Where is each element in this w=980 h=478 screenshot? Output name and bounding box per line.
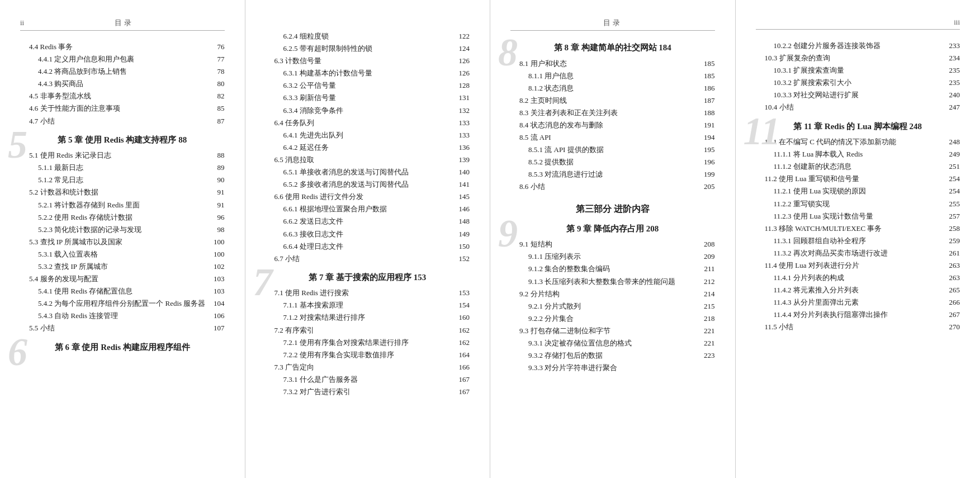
toc-item: 10.3.1 扩展搜索查询量 235	[774, 64, 960, 77]
toc-item: 7.3 广告定向 166	[274, 361, 470, 373]
toc-label: 5.4.3 自动 Redis 连接管理	[38, 310, 208, 322]
toc-page: 146	[453, 203, 470, 215]
toc-page: 233	[943, 40, 960, 52]
toc-page: 208	[698, 238, 715, 250]
chapter-title: 第 5 章 使用 Redis 构建支持程序 88	[20, 133, 225, 148]
toc-page: 223	[698, 349, 715, 362]
toc-label: 6.3.3 刷新信号量	[283, 92, 453, 104]
toc-label: 5.5 小结	[29, 322, 208, 334]
toc-page: 154	[453, 299, 470, 311]
toc-page: 187	[698, 94, 715, 107]
toc-page: 160	[453, 311, 470, 324]
toc-item: 5.3.2 查找 IP 所属城市 102	[38, 261, 225, 273]
toc-label: 10.2.2 创建分片服务器连接装饰器	[774, 40, 944, 52]
toc-label: 4.4 Redis 事务	[29, 41, 208, 53]
toc-item: 4.4.3 购买商品 80	[38, 78, 225, 90]
toc-page: 196	[698, 156, 715, 168]
chapter-heading: 7 第 7 章 基于搜索的应用程序 153	[266, 271, 470, 285]
toc-item: 8.6 小结 205	[519, 181, 715, 193]
toc-page: 212	[698, 276, 715, 288]
toc-label: 9.3.1 决定被存储位置信息的格式	[528, 337, 698, 349]
toc-page: 153	[453, 287, 470, 299]
toc-label: 9.2 分片结构	[519, 288, 698, 300]
toc-page: 266	[943, 296, 960, 309]
toc-label: 4.5 非事务型流水线	[29, 90, 208, 102]
toc-item: 8.1.2 状态消息 186	[528, 82, 715, 94]
toc-page: 167	[453, 373, 470, 386]
toc-label: 7.2.2 使用有序集合实现非数值排序	[283, 349, 453, 361]
toc-item: 11.4.4 对分片列表执行阻塞弹出操作 267	[774, 309, 960, 321]
toc-item: 9.1 短结构 208	[519, 238, 715, 250]
toc-page: 221	[698, 337, 715, 349]
toc-item: 11.3.2 再次对商品买卖市场进行改进 261	[774, 247, 960, 259]
toc-label: 5.2.3 简化统计数据的记录与发现	[38, 224, 208, 236]
toc-page: 254	[943, 173, 960, 185]
toc-page: 104	[208, 297, 225, 310]
chapter-title: 第 6 章 使用 Redis 构建应用程序组件	[20, 340, 225, 355]
toc-label: 7.1.1 基本搜索原理	[283, 299, 453, 311]
toc-page: 76	[208, 41, 225, 53]
toc-page: 205	[698, 181, 715, 193]
toc-label: 6.6.2 发送日志文件	[283, 215, 453, 228]
toc-item: 7.2 有序索引 162	[274, 324, 470, 337]
toc-item: 11.1.2 创建新的状态消息 251	[774, 160, 960, 173]
toc-label: 6.5.1 单接收者消息的发送与订阅替代品	[283, 166, 453, 178]
toc-item: 5.4 服务的发现与配置 103	[29, 273, 225, 285]
toc-label: 5.3 查找 IP 所属城市以及国家	[29, 236, 208, 248]
toc-item: 6.7 小结 152	[274, 253, 470, 265]
toc-page: 133	[453, 129, 470, 141]
toc-item: 6.2.5 带有超时限制特性的锁 124	[283, 42, 470, 55]
toc-page: 150	[453, 240, 470, 253]
page-header: iii	[756, 18, 960, 30]
toc-page: 100	[208, 248, 225, 261]
toc-page: 234	[943, 52, 960, 64]
toc-label: 4.4.3 购买商品	[38, 78, 208, 90]
toc-label: 5.4.1 使用 Redis 存储配置信息	[38, 285, 208, 297]
toc-label: 8.2 主页时间线	[519, 94, 698, 107]
toc-item: 10.3.3 对社交网站进行扩展 240	[774, 89, 960, 101]
toc-page: 89	[208, 162, 225, 174]
toc-item: 11.2.1 使用 Lua 实现锁的原因 254	[774, 185, 960, 197]
toc-label: 6.3.1 构建基本的计数信号量	[283, 67, 453, 79]
toc-label: 11.4.3 从分片里面弹出元素	[774, 296, 944, 309]
toc-item: 5.1 使用 Redis 来记录日志 88	[29, 149, 225, 162]
toc-item: 6.4 任务队列 133	[274, 117, 470, 129]
toc-label: 11.1 在不编写 C 代码的情况下添加新功能	[765, 136, 944, 148]
toc-label: 8.1.2 状态消息	[528, 82, 698, 94]
toc-label: 9.1.2 集合的整数集合编码	[528, 263, 698, 275]
toc-item: 5.2.1 将计数器存储到 Redis 里面 91	[38, 199, 225, 211]
toc-label: 9.1 短结构	[519, 238, 698, 250]
toc-label: 11.3.1 回顾群组自动补全程序	[774, 235, 944, 247]
toc-item: 6.4.1 先进先出队列 133	[283, 129, 470, 141]
toc-page: 258	[943, 223, 960, 235]
toc-item: 4.5 非事务型流水线 82	[29, 90, 225, 102]
toc-item: 8.2 主页时间线 187	[519, 94, 715, 107]
toc-label: 5.4 服务的发现与配置	[29, 273, 208, 285]
toc-item: 9.2 分片结构 214	[519, 288, 715, 300]
toc-label: 8.1 用户和状态	[519, 58, 698, 70]
toc-page: 265	[943, 284, 960, 296]
toc-page: 82	[208, 90, 225, 102]
toc-label: 7.3.2 对广告进行索引	[283, 386, 453, 398]
book-pages: ii 目录 4.4 Redis 事务 76 4.4.1 定义用户信息和用户包裹 …	[0, 0, 980, 478]
toc-page: 240	[943, 89, 960, 101]
toc-page: 263	[943, 272, 960, 284]
toc-item: 5.2 计数器和统计数据 91	[29, 186, 225, 198]
toc-page: 185	[698, 58, 715, 70]
toc-page: 87	[208, 115, 225, 127]
toc-label: 6.2.5 带有超时限制特性的锁	[283, 42, 453, 55]
toc-page: 221	[698, 325, 715, 337]
toc-label: 10.3.2 扩展搜索索引大小	[774, 77, 944, 89]
toc-label: 5.3.1 载入位置表格	[38, 248, 208, 261]
toc-label: 6.3.2 公平信号量	[283, 79, 453, 92]
toc-label: 4.6 关于性能方面的注意事项	[29, 102, 208, 115]
toc-item: 11.2 使用 Lua 重写锁和信号量 254	[765, 173, 960, 185]
toc-item: 8.5 流 API 194	[519, 131, 715, 144]
toc-item: 6.2.4 细粒度锁 122	[283, 30, 470, 42]
page-page-right1: 目录 8 第 8 章 构建简单的社交网站 184 8.1 用户和状态 185 8…	[490, 0, 736, 478]
toc-page: 162	[453, 324, 470, 337]
toc-item: 8.4 状态消息的发布与删除 191	[519, 119, 715, 131]
toc-page: 195	[698, 144, 715, 156]
toc-label: 11.2.3 使用 Lua 实现计数信号量	[774, 210, 944, 223]
toc-item: 11.5 小结 270	[765, 321, 960, 333]
